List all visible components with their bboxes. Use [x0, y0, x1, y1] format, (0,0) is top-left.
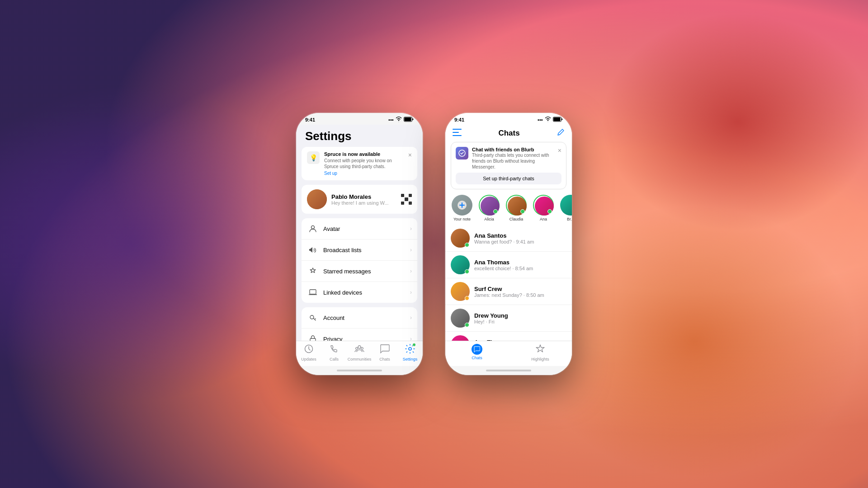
calls-icon — [329, 344, 339, 356]
settings-title: Settings — [296, 125, 423, 147]
signal-icon: ▪▪▪ — [388, 117, 394, 122]
story-item-ana[interactable]: Ana — [532, 195, 555, 221]
avatar-icon — [307, 223, 319, 235]
svg-rect-14 — [453, 132, 459, 133]
nav-item-settings[interactable]: Settings — [397, 344, 423, 361]
setup-third-party-button[interactable]: Set up third-party chats — [456, 173, 561, 184]
menu-label-privacy: Privacy — [323, 336, 406, 341]
chat-avatar-ana-santos — [451, 229, 470, 248]
nav-item-updates[interactable]: Updates — [296, 344, 321, 361]
chats-home-indicator — [445, 366, 572, 375]
chat-online-dot — [465, 243, 469, 247]
svg-rect-1 — [405, 117, 411, 121]
chats-signal-icon: ▪▪▪ — [538, 117, 543, 122]
updates-icon — [304, 344, 314, 356]
menu-label-account: Account — [323, 314, 406, 321]
chat-item-ana-santos[interactable]: Ana Santos Wanna get food? · 9:41 am — [445, 225, 572, 252]
broadcast-icon — [307, 244, 319, 256]
svg-point-2 — [311, 226, 315, 229]
profile-avatar — [307, 189, 327, 209]
story-avatar-img — [452, 195, 472, 216]
chat-online-dot-4 — [465, 323, 469, 327]
chat-name-3: Surf Crew — [474, 286, 566, 292]
chat-preview: Wanna get food? · 9:41 am — [474, 239, 566, 244]
story-label-br: Br... — [567, 217, 572, 221]
chats-tab-highlights[interactable]: Highlights — [509, 344, 572, 361]
story-item-your-note[interactable]: Your note — [451, 195, 473, 221]
chat-name: Ana Santos — [474, 232, 566, 239]
menu-item-starred[interactable]: Starred messages › — [302, 261, 417, 282]
menu-item-broadcast[interactable]: Broadcast lists › — [302, 239, 417, 261]
chat-preview-2: excellent choice! · 8:54 am — [474, 266, 566, 271]
chat-info-ana-santos: Ana Santos Wanna get food? · 9:41 am — [474, 232, 566, 244]
settings-menu-group-2: Account › Privacy › — [302, 307, 417, 341]
blurb-icon — [456, 147, 468, 160]
blurb-row: Chat with friends on Blurb Third-party c… — [456, 147, 561, 170]
menu-label-avatar: Avatar — [323, 225, 406, 232]
story-avatar-claudia — [506, 195, 527, 216]
settings-nav-icon — [405, 344, 415, 356]
chat-item-ana-thomas-1[interactable]: Ana Thomas excellent choice! · 8:54 am — [445, 252, 572, 278]
chats-tab-chats[interactable]: Chats — [445, 344, 509, 361]
svg-point-4 — [310, 315, 314, 319]
chat-item-ana-thomas-2[interactable]: Ana Thomas Perfect! · Thu — [445, 332, 572, 341]
story-item-claudia[interactable]: Claudia — [505, 195, 528, 221]
menu-item-privacy[interactable]: Privacy › — [302, 328, 417, 341]
chats-bottom-nav: Chats Highlights — [445, 341, 572, 366]
settings-active-dot — [412, 343, 416, 347]
menu-item-avatar[interactable]: Avatar › — [302, 218, 417, 239]
chats-nav-icon — [380, 344, 390, 356]
profile-row[interactable]: Pablo Morales Hey there! I am using W... — [302, 185, 417, 214]
story-avatar-alicia — [479, 195, 500, 216]
menu-hamburger-icon[interactable] — [453, 129, 462, 138]
story-avatar-ana — [533, 195, 554, 216]
chat-name-4: Drew Young — [474, 312, 566, 319]
wifi-icon — [396, 117, 402, 123]
nav-item-communities[interactable]: Communities — [347, 344, 372, 361]
story-item-br[interactable]: Br... — [559, 195, 572, 221]
nav-item-calls[interactable]: Calls — [321, 344, 347, 361]
blurb-close-button[interactable]: × — [558, 147, 561, 154]
chats-page-title: Chats — [498, 129, 519, 138]
notif-close-button[interactable]: × — [408, 151, 412, 159]
settings-content: Settings 💡 Spruce is now available Conne… — [296, 125, 423, 341]
notif-content: Spruce is now available Connect with peo… — [324, 151, 404, 176]
menu-label-starred: Starred messages — [323, 268, 406, 275]
story-label-alicia: Alicia — [484, 217, 494, 221]
home-indicator — [296, 366, 423, 375]
chat-item-surf-crew[interactable]: Surf Crew James: next Sunday? · 8:50 am — [445, 278, 572, 305]
menu-item-account[interactable]: Account › — [302, 307, 417, 328]
nav-label-communities: Communities — [348, 357, 372, 361]
chat-avatar-ana-thomas-1 — [451, 255, 470, 274]
nav-label-updates: Updates — [301, 357, 316, 361]
highlights-icon — [535, 344, 545, 356]
profile-name: Pablo Morales — [331, 193, 396, 200]
story-label-ana: Ana — [540, 217, 547, 221]
svg-rect-15 — [453, 135, 462, 136]
menu-item-linked[interactable]: Linked devices › — [302, 282, 417, 303]
qr-icon[interactable] — [401, 194, 412, 205]
laptop-icon — [307, 286, 319, 298]
story-online-alicia — [493, 209, 498, 214]
chat-avatar-surf-crew — [451, 282, 470, 301]
chats-header: Chats — [445, 125, 572, 142]
settings-phone: 9:41 ▪▪▪ — [296, 113, 423, 375]
chevron-icon-3: › — [410, 268, 412, 274]
blurb-content: Chat with friends on Blurb Third-party c… — [472, 147, 554, 170]
chat-info-surf-crew: Surf Crew James: next Sunday? · 8:50 am — [474, 286, 566, 298]
nav-item-chats[interactable]: Chats — [372, 344, 397, 361]
edit-icon[interactable] — [557, 128, 565, 138]
notif-setup-link[interactable]: Set up — [324, 171, 404, 176]
settings-status-bar: 9:41 ▪▪▪ — [296, 113, 423, 125]
svg-rect-13 — [453, 129, 462, 130]
settings-time: 9:41 — [305, 117, 315, 122]
svg-rect-3 — [310, 290, 316, 294]
battery-icon — [404, 117, 414, 123]
story-item-alicia[interactable]: Alicia — [478, 195, 500, 221]
stories-row: Your note Alicia — [445, 193, 572, 225]
menu-label-linked: Linked devices — [323, 289, 406, 296]
menu-label-broadcast: Broadcast lists — [323, 247, 406, 253]
svg-point-8 — [356, 347, 358, 350]
chats-time: 9:41 — [454, 117, 464, 122]
chat-item-drew-young[interactable]: Drew Young Hey! · Fri — [445, 305, 572, 332]
